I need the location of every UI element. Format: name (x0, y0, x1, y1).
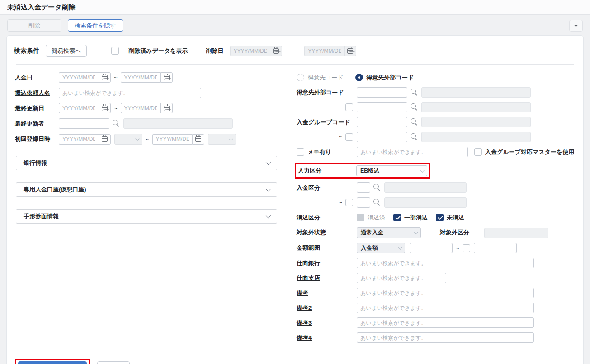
customer-ext-code-range-checkbox[interactable] (345, 103, 353, 111)
panel-virtual-account-label: 専用入金口座(仮想口座) (24, 186, 86, 194)
simple-search-button[interactable]: 簡易検索へ (46, 45, 87, 57)
amount-from-input[interactable] (410, 243, 453, 253)
partially-cleared-checkbox[interactable] (393, 214, 401, 221)
left-column: 入金日 ~ 振込依頼人名 最終更新日 (14, 72, 297, 236)
deposit-type-to-input[interactable] (357, 197, 370, 208)
lookup-search-icon[interactable] (411, 89, 418, 96)
deposit-type-from-echo (384, 182, 467, 193)
customer-ext-code-to-echo (421, 102, 531, 112)
delete-date-to-input (304, 46, 344, 56)
page-title: 未消込入金データ削除 (7, 3, 583, 12)
payer-name-input[interactable] (59, 88, 201, 98)
last-updater-code-input[interactable] (59, 118, 109, 129)
calendar-icon[interactable] (99, 134, 111, 145)
range-tilde: ~ (456, 245, 459, 252)
remarks-row: 備考3 (297, 317, 576, 328)
excluded-type-label: 対象外区分 (440, 229, 484, 237)
first-registered-from-input[interactable] (59, 134, 99, 145)
excluded-state-select[interactable]: 通常入金 (357, 227, 421, 238)
deposit-date-row: 入金日 ~ (15, 72, 297, 83)
last-updater-row: 最終更新者 (15, 118, 297, 129)
amount-range-select[interactable]: 入金額 (357, 243, 405, 253)
range-tilde: ~ (339, 103, 342, 110)
search-button[interactable]: 検索 (18, 361, 87, 364)
calendar-icon[interactable] (99, 72, 111, 83)
panel-bill-info-label: 手形券面情報 (24, 212, 59, 220)
remarks4-input[interactable] (357, 332, 534, 343)
remarks1-input[interactable] (357, 288, 534, 298)
show-deleted-checkbox[interactable] (111, 47, 119, 55)
amount-to-input[interactable] (474, 243, 517, 253)
deposit-type-from-input[interactable] (357, 182, 370, 193)
delete-button[interactable]: 削除 (7, 19, 61, 32)
search-conditions-title: 検索条件 (14, 47, 39, 55)
amount-range-value: 入金額 (361, 244, 378, 252)
deposit-type-row: 入金区分 (297, 182, 576, 193)
first-registered-to-input[interactable] (152, 134, 192, 145)
deposit-date-label: 入金日 (15, 74, 59, 82)
customer-ext-code-row: 得意先外部コード (297, 87, 576, 98)
amount-range-checkbox[interactable] (463, 244, 470, 252)
calendar-icon[interactable] (160, 72, 173, 83)
section-divider (16, 64, 574, 65)
last-updated-from-input[interactable] (59, 103, 99, 113)
sending-branch-input[interactable] (357, 273, 446, 283)
deposit-date-from-input[interactable] (59, 72, 99, 83)
range-tilde: ~ (114, 105, 118, 112)
clearing-type-label: 消込区分 (297, 214, 357, 222)
sending-bank-input[interactable] (357, 258, 534, 268)
customer-ext-code-to-input[interactable] (357, 102, 407, 112)
last-updated-to-group (121, 103, 173, 113)
customer-ext-code-from-echo (421, 87, 531, 98)
calendar-icon[interactable] (192, 134, 204, 145)
customer-ext-code-to-row: ~ (297, 102, 576, 112)
download-icon (573, 23, 579, 29)
lookup-search-icon[interactable] (411, 103, 418, 111)
remarks2-input[interactable] (357, 303, 534, 313)
range-tilde: ~ (114, 74, 118, 81)
search-conditions-header: 検索条件 簡易検索へ 削除済みデータを表示 削除日 ~ (14, 42, 576, 58)
customer-ext-code-radio[interactable] (355, 74, 363, 81)
uncleared-checkbox[interactable] (436, 214, 444, 221)
lookup-search-icon[interactable] (411, 118, 418, 126)
excluded-state-row: 対象外状態 通常入金 対象外区分 (297, 227, 576, 238)
clear-button[interactable]: クリア (97, 361, 130, 364)
search-form: 入金日 ~ 振込依頼人名 最終更新日 (14, 72, 576, 347)
download-button[interactable] (569, 20, 583, 32)
panel-virtual-account[interactable]: 専用入金口座(仮想口座) (16, 182, 277, 197)
use-group-master-checkbox[interactable] (474, 148, 482, 156)
last-updated-date-label: 最終更新日 (15, 104, 59, 112)
search-button-highlight: 検索 (15, 359, 90, 364)
memo-label-cell: メモ有り (297, 148, 357, 156)
page-header: 未消込入金データ削除 (0, 0, 590, 14)
deposit-type-to-echo (384, 197, 467, 208)
calendar-icon[interactable] (99, 103, 111, 113)
deposit-group-code-from-input[interactable] (357, 117, 407, 127)
deposit-group-code-to-input[interactable] (357, 132, 407, 142)
lookup-search-icon[interactable] (373, 199, 381, 206)
calendar-icon[interactable] (160, 103, 173, 113)
deposit-date-to-input[interactable] (121, 72, 160, 83)
input-type-select[interactable]: EB取込 (356, 165, 427, 176)
last-updated-to-input[interactable] (121, 103, 160, 113)
sending-bank-row: 仕向銀行 (297, 258, 576, 268)
remarks3-input[interactable] (357, 317, 534, 328)
deposit-type-range-checkbox[interactable] (345, 199, 353, 206)
lookup-search-icon[interactable] (113, 120, 120, 127)
customer-code-radio[interactable] (297, 74, 304, 81)
panel-bank-info[interactable]: 銀行情報 (16, 156, 277, 170)
hide-search-conditions-button[interactable]: 検索条件を隠す (68, 19, 123, 32)
remarks2-label: 備考2 (297, 304, 357, 312)
range-tilde: ~ (339, 133, 342, 140)
memo-checkbox[interactable] (297, 148, 304, 156)
footer-divider (16, 352, 574, 352)
memo-input[interactable] (357, 147, 468, 157)
memo-label: メモ有り (307, 148, 331, 156)
deposit-group-code-range-checkbox[interactable] (345, 133, 353, 141)
range-tilde-cell: ~ (297, 199, 357, 206)
remarks-row: 備考4 (297, 332, 576, 343)
customer-ext-code-from-input[interactable] (357, 87, 407, 98)
panel-bill-info[interactable]: 手形券面情報 (16, 209, 277, 224)
lookup-search-icon[interactable] (373, 184, 381, 191)
lookup-search-icon[interactable] (411, 133, 418, 141)
